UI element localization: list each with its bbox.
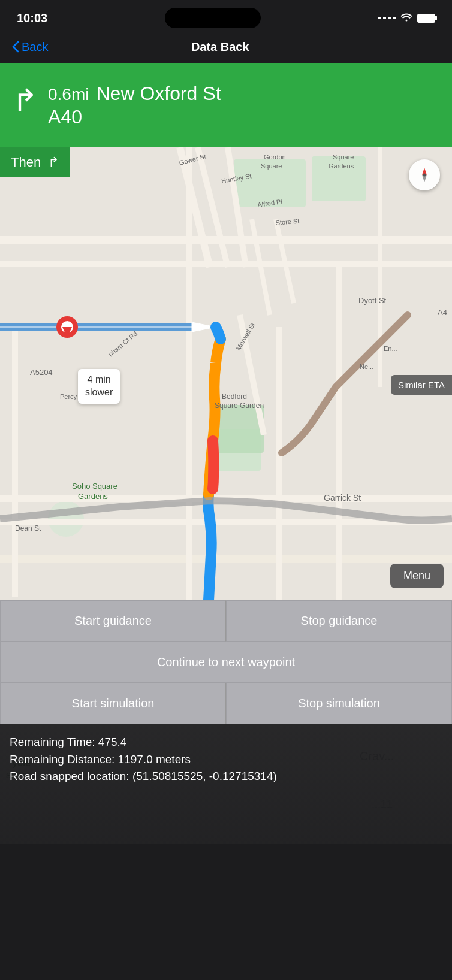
svg-text:Dyott St: Dyott St: [358, 296, 387, 305]
turn-arrow-icon: ↱: [12, 85, 38, 116]
waypoint-row: Continue to next waypoint: [0, 642, 452, 683]
svg-text:Square: Square: [261, 162, 282, 170]
svg-point-52: [423, 174, 426, 177]
svg-rect-6: [0, 236, 452, 244]
direction-distance: 0.6mi: [48, 85, 89, 104]
info-section: Remaining Time: 475.4 Remaining Distance…: [0, 724, 452, 844]
then-label: Then: [11, 155, 41, 170]
continue-waypoint-button[interactable]: Continue to next waypoint: [0, 642, 452, 683]
svg-rect-18: [186, 147, 192, 600]
similar-eta-text: Similar ETA: [398, 380, 445, 390]
then-bar: Then ↱: [0, 147, 70, 177]
info-remaining-distance: Remaining Distance: 1197.0 meters: [10, 751, 442, 769]
similar-eta-badge: Similar ETA: [391, 375, 452, 395]
info-remaining-time: Remaining Time: 475.4: [10, 734, 442, 751]
svg-text:...11: ...11: [372, 798, 393, 810]
direction-road: A40: [48, 106, 221, 128]
compass[interactable]: [409, 159, 440, 190]
guidance-buttons-row: Start guidance Stop guidance: [0, 600, 452, 642]
bottom-controls: Start guidance Stop guidance Continue to…: [0, 600, 452, 724]
signal-icon: [378, 17, 396, 19]
menu-button[interactable]: Menu: [390, 564, 444, 588]
start-guidance-button[interactable]: Start guidance: [0, 600, 226, 642]
direction-street: New Oxford St: [96, 83, 221, 104]
menu-label: Menu: [403, 570, 430, 582]
svg-text:Gordon: Gordon: [264, 153, 286, 161]
svg-text:Garrick St: Garrick St: [324, 493, 361, 503]
svg-text:A4: A4: [438, 308, 447, 317]
status-icons: [378, 12, 435, 24]
svg-text:Gardens: Gardens: [78, 492, 108, 501]
svg-rect-21: [378, 147, 382, 387]
notch: [165, 8, 261, 28]
svg-text:Square Garden: Square Garden: [215, 401, 264, 410]
info-road-snapped: Road snapped location: (51.50815525, -0.…: [10, 768, 442, 785]
start-simulation-button[interactable]: Start simulation: [0, 683, 226, 724]
then-arrow-icon: ↱: [48, 155, 59, 170]
battery-icon: [417, 14, 435, 23]
stop-guidance-button[interactable]: Stop guidance: [226, 600, 452, 642]
svg-text:Soho Square: Soho Square: [72, 482, 117, 491]
status-time: 10:03: [17, 11, 47, 25]
status-bar: 10:03: [0, 0, 452, 32]
svg-text:Square: Square: [333, 153, 354, 161]
svg-text:En...: En...: [384, 345, 397, 352]
map-view[interactable]: Gower St Huntley St Alfred Pl Store St G…: [0, 147, 452, 600]
back-button[interactable]: Back: [12, 40, 48, 54]
svg-rect-20: [336, 267, 342, 600]
wifi-icon: [400, 12, 412, 24]
direction-banner: ↱ 0.6mi New Oxford St A40: [0, 63, 452, 147]
svg-rect-19: [276, 327, 282, 600]
page-title: Data Back: [48, 40, 392, 54]
stop-simulation-button[interactable]: Stop simulation: [226, 683, 452, 724]
svg-rect-10: [0, 555, 452, 563]
svg-text:Ne...: Ne...: [360, 363, 373, 370]
svg-text:Gardens: Gardens: [329, 162, 354, 170]
simulation-buttons-row: Start simulation Stop simulation: [0, 683, 452, 724]
slower-badge: 4 min slower: [78, 369, 120, 404]
nav-header: Back Data Back: [0, 32, 452, 63]
svg-text:Bedford: Bedford: [222, 392, 247, 401]
back-label: Back: [22, 40, 48, 54]
svg-text:A5204: A5204: [30, 368, 53, 377]
svg-rect-17: [12, 327, 18, 597]
svg-text:Dean St: Dean St: [15, 524, 41, 533]
slower-badge-text: 4 min slower: [85, 374, 113, 397]
